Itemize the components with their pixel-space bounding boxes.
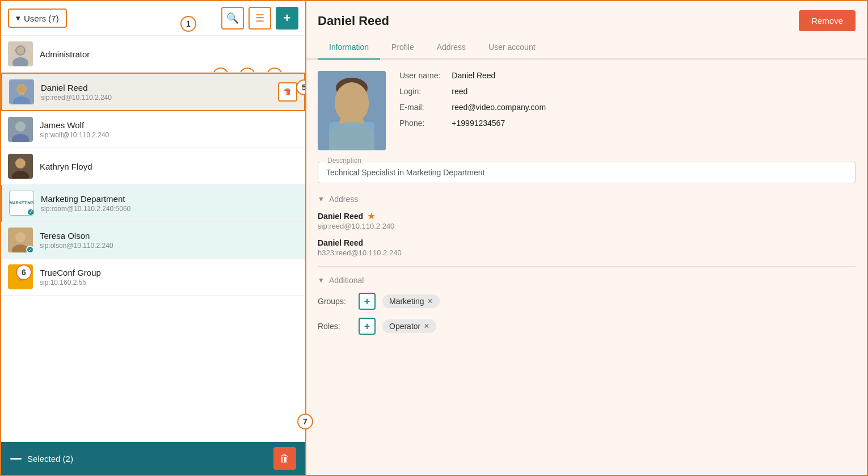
avatar — [8, 41, 33, 66]
user-name: Marketing Department — [41, 194, 298, 204]
list-item[interactable]: 🔒 TrueConf Group sip:10.160.2.55 6 — [1, 259, 305, 296]
chevron-down-icon: ▼ — [318, 276, 325, 284]
user-name: Teresa Olson — [40, 231, 298, 241]
svg-point-21 — [336, 84, 368, 120]
avatar: ✓ — [8, 228, 33, 252]
groups-row: Groups: + Marketing × — [318, 293, 856, 310]
description-box: Description Technical Specialist in Mark… — [318, 162, 856, 183]
svg-point-28 — [355, 99, 360, 102]
phone-label: Phone: — [399, 119, 440, 128]
users-label: Users (7) — [24, 14, 59, 23]
address-name: Daniel Reed ★ — [318, 212, 856, 221]
svg-point-13 — [15, 158, 26, 169]
content-area: User name: Daniel Reed Login: reed E-mai… — [306, 60, 867, 354]
delete-user-button[interactable]: 🗑 — [278, 82, 297, 102]
dropdown-arrow-icon: ▾ — [16, 13, 20, 23]
avatar — [8, 117, 33, 142]
delete-selected-button[interactable]: 🗑 — [273, 447, 296, 470]
badge-5: 5 — [296, 79, 305, 95]
user-name: TrueConf Group — [40, 268, 298, 277]
address-sip: h323:reed@10.110.2.240 — [318, 248, 856, 257]
additional-section-header[interactable]: ▼ Additional — [318, 276, 856, 285]
svg-point-24 — [339, 115, 364, 129]
filter-button[interactable]: ☰ — [248, 7, 271, 30]
login-label: Login: — [399, 87, 440, 96]
svg-rect-8 — [19, 92, 24, 95]
bottom-bar: Selected (2) 🗑 — [1, 442, 305, 475]
list-item[interactable]: MARKETING ✓ Marketing Department sip:roo… — [1, 185, 305, 222]
additional-section-label: Additional — [329, 276, 364, 285]
profile-photo — [318, 71, 386, 150]
group-tag-label: Marketing — [389, 297, 424, 306]
address-name: Daniel Reed — [318, 238, 856, 247]
user-sip: sip:room@10.110.2.240:5060 — [41, 205, 298, 213]
list-item[interactable]: James Wolf sip:wolf@10.110.2.240 — [1, 111, 305, 148]
user-sip: sip:olson@10.110.2.240 — [40, 242, 298, 250]
role-tag: Operator × — [382, 319, 436, 333]
selected-label: Selected (2) — [27, 454, 73, 464]
user-sip: sip:reed@10.110.2.240 — [41, 94, 278, 102]
tab-profile[interactable]: Profile — [380, 36, 425, 60]
list-item[interactable]: Kathryn Floyd — [1, 148, 305, 185]
remove-role-button[interactable]: × — [424, 322, 429, 331]
avatar — [9, 79, 34, 104]
svg-point-16 — [15, 232, 26, 242]
user-info: Daniel Reed sip:reed@10.110.2.240 — [41, 83, 278, 102]
add-role-button[interactable]: + — [359, 318, 376, 335]
svg-point-3 — [16, 47, 24, 54]
remove-group-button[interactable]: × — [427, 297, 432, 306]
filter-icon: ☰ — [255, 12, 264, 24]
left-header: ▾ Users (7) 🔍 ☰ + 1 — [1, 1, 305, 36]
user-info: Kathryn Floyd — [40, 162, 298, 171]
user-name: Kathryn Floyd — [40, 162, 298, 171]
roles-label: Roles: — [318, 322, 352, 331]
user-list: Administrator Daniel Reed sip:reed@10.11… — [1, 36, 305, 442]
users-dropdown[interactable]: ▾ Users (7) — [8, 9, 67, 28]
address-section-label: Address — [329, 195, 358, 204]
user-info: Administrator — [40, 49, 298, 59]
groups-label: Groups: — [318, 297, 352, 306]
chevron-down-icon: ▼ — [318, 195, 325, 203]
svg-point-26 — [342, 109, 362, 118]
badge-1: 1 — [180, 16, 196, 32]
login-value: reed — [452, 87, 856, 96]
star-icon: ★ — [368, 212, 375, 221]
page-title: Daniel Reed — [318, 14, 389, 28]
description-label: Description — [325, 157, 364, 165]
address-section: ▼ Address Daniel Reed ★ sip:reed@10.110.… — [318, 195, 856, 257]
address-sip: sip:reed@10.110.2.240 — [318, 222, 856, 230]
search-button[interactable]: 🔍 — [221, 7, 244, 30]
username-label: User name: — [399, 71, 440, 80]
svg-point-22 — [338, 86, 365, 115]
svg-rect-30 — [343, 112, 360, 115]
list-item[interactable]: ✓ Teresa Olson sip:olson@10.110.2.240 — [1, 222, 305, 259]
avatar — [8, 154, 33, 179]
tab-information[interactable]: Information — [318, 36, 380, 60]
add-user-button[interactable]: + — [276, 7, 298, 30]
user-name: Daniel Reed — [41, 83, 278, 92]
svg-point-7 — [18, 85, 26, 93]
trash-icon: 🗑 — [280, 453, 290, 465]
address-section-header[interactable]: ▼ Address — [318, 195, 856, 204]
add-group-button[interactable]: + — [359, 293, 376, 310]
user-info: Teresa Olson sip:olson@10.110.2.240 — [40, 231, 298, 250]
list-item[interactable]: Administrator — [1, 36, 305, 73]
minus-icon — [10, 458, 22, 460]
tab-address[interactable]: Address — [425, 36, 477, 60]
user-name: James Wolf — [40, 120, 298, 130]
user-sip: sip:wolf@10.110.2.240 — [40, 131, 298, 139]
user-info: TrueConf Group sip:10.160.2.55 — [40, 268, 298, 287]
svg-point-10 — [15, 121, 26, 132]
tab-user-account[interactable]: User account — [477, 36, 546, 60]
search-icon: 🔍 — [226, 12, 239, 24]
role-tag-label: Operator — [389, 322, 420, 331]
address-item: Daniel Reed ★ sip:reed@10.110.2.240 — [318, 212, 856, 230]
remove-button[interactable]: Remove — [799, 10, 856, 31]
header-actions: 🔍 ☰ + — [221, 7, 298, 30]
email-value: reed@video.company.com — [452, 103, 856, 112]
description-value: Technical Specialist in Marketing Depart… — [326, 168, 484, 177]
user-name: Administrator — [40, 49, 298, 59]
right-header: Daniel Reed Remove — [306, 1, 867, 31]
list-item[interactable]: Daniel Reed sip:reed@10.110.2.240 🗑 5 — [1, 73, 305, 111]
username-value: Daniel Reed — [452, 71, 856, 80]
